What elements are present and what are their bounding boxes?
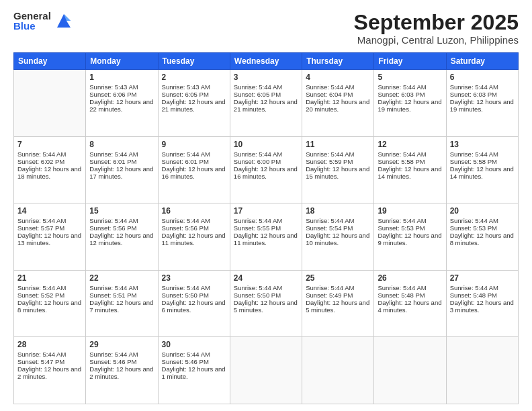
sunset-text: Sunset: 5:50 PM — [162, 291, 209, 299]
sunrise-text: Sunrise: 5:44 AM — [306, 150, 354, 158]
sunset-text: Sunset: 6:03 PM — [378, 91, 425, 98]
col-wednesday: Wednesday — [230, 53, 302, 70]
daylight-text: Daylight: 12 hours and 7 minutes. — [89, 299, 153, 314]
sunrise-text: Sunrise: 5:44 AM — [378, 150, 426, 158]
daylight-text: Daylight: 12 hours and 11 minutes. — [234, 232, 298, 246]
day-number: 28 — [17, 340, 82, 349]
table-row: 4 Sunrise: 5:44 AM Sunset: 6:04 PM Dayli… — [302, 70, 374, 137]
table-row — [230, 337, 302, 404]
daylight-text: Daylight: 12 hours and 5 minutes. — [234, 299, 298, 314]
table-row: 19 Sunrise: 5:44 AM Sunset: 5:53 PM Dayl… — [374, 203, 446, 271]
table-row: 28 Sunrise: 5:44 AM Sunset: 5:47 PM Dayl… — [14, 337, 86, 404]
calendar-week-row: 28 Sunrise: 5:44 AM Sunset: 5:47 PM Dayl… — [14, 337, 519, 404]
daylight-text: Daylight: 12 hours and 20 minutes. — [306, 98, 369, 113]
daylight-text: Daylight: 12 hours and 12 minutes. — [89, 232, 153, 246]
daylight-text: Daylight: 12 hours and 22 minutes. — [89, 98, 153, 113]
table-row: 1 Sunrise: 5:43 AM Sunset: 6:06 PM Dayli… — [86, 70, 158, 137]
sunrise-text: Sunrise: 5:44 AM — [234, 83, 282, 91]
calendar-week-row: 7 Sunrise: 5:44 AM Sunset: 6:02 PM Dayli… — [14, 136, 519, 203]
col-saturday: Saturday — [446, 53, 518, 70]
day-number: 5 — [378, 73, 442, 82]
col-thursday: Thursday — [302, 53, 374, 70]
daylight-text: Daylight: 12 hours and 15 minutes. — [306, 165, 369, 180]
sunset-text: Sunset: 5:59 PM — [306, 158, 353, 165]
table-row: 10 Sunrise: 5:44 AM Sunset: 6:00 PM Dayl… — [230, 136, 302, 203]
sunrise-text: Sunrise: 5:44 AM — [306, 83, 354, 91]
day-number: 26 — [378, 273, 442, 283]
sunrise-text: Sunrise: 5:44 AM — [378, 83, 426, 91]
table-row: 9 Sunrise: 5:44 AM Sunset: 6:01 PM Dayli… — [158, 136, 230, 203]
table-row: 27 Sunrise: 5:44 AM Sunset: 5:48 PM Dayl… — [446, 270, 518, 337]
table-row: 17 Sunrise: 5:44 AM Sunset: 5:55 PM Dayl… — [230, 203, 302, 271]
day-number: 29 — [89, 340, 154, 349]
day-number: 21 — [17, 273, 82, 283]
sunset-text: Sunset: 5:53 PM — [450, 224, 497, 232]
day-number: 24 — [234, 273, 298, 283]
sunset-text: Sunset: 5:46 PM — [89, 358, 136, 365]
sunset-text: Sunset: 5:52 PM — [17, 291, 64, 299]
table-row: 18 Sunrise: 5:44 AM Sunset: 5:54 PM Dayl… — [302, 203, 374, 271]
sunrise-text: Sunrise: 5:44 AM — [450, 284, 498, 291]
sunrise-text: Sunrise: 5:44 AM — [89, 217, 138, 224]
sunrise-text: Sunrise: 5:44 AM — [450, 150, 498, 158]
sunrise-text: Sunrise: 5:44 AM — [378, 217, 426, 224]
sunset-text: Sunset: 5:58 PM — [450, 158, 497, 165]
daylight-text: Daylight: 12 hours and 11 minutes. — [162, 232, 226, 246]
day-number: 14 — [17, 206, 82, 216]
sunrise-text: Sunrise: 5:44 AM — [306, 284, 354, 291]
daylight-text: Daylight: 12 hours and 8 minutes. — [450, 232, 514, 246]
table-row — [14, 70, 86, 137]
sunset-text: Sunset: 5:53 PM — [378, 224, 425, 232]
daylight-text: Daylight: 12 hours and 4 minutes. — [378, 299, 441, 314]
daylight-text: Daylight: 12 hours and 5 minutes. — [306, 299, 369, 314]
table-row: 12 Sunrise: 5:44 AM Sunset: 5:58 PM Dayl… — [374, 136, 446, 203]
logo: General Blue — [13, 11, 73, 31]
col-tuesday: Tuesday — [158, 53, 230, 70]
table-row — [446, 337, 518, 404]
day-number: 1 — [89, 73, 154, 82]
sunset-text: Sunset: 5:49 PM — [306, 291, 353, 299]
day-number: 22 — [89, 273, 154, 283]
sunset-text: Sunset: 6:05 PM — [162, 91, 209, 98]
sunset-text: Sunset: 5:58 PM — [378, 158, 425, 165]
calendar-table: Sunday Monday Tuesday Wednesday Thursday… — [13, 52, 519, 404]
daylight-text: Daylight: 12 hours and 17 minutes. — [89, 165, 153, 180]
logo-icon — [54, 11, 73, 30]
day-number: 25 — [306, 273, 370, 283]
header: General Blue September 2025 Manogpi, Cen… — [13, 11, 519, 46]
table-row: 23 Sunrise: 5:44 AM Sunset: 5:50 PM Dayl… — [158, 270, 230, 337]
sunrise-text: Sunrise: 5:44 AM — [17, 150, 66, 158]
table-row: 29 Sunrise: 5:44 AM Sunset: 5:46 PM Dayl… — [86, 337, 158, 404]
sunrise-text: Sunrise: 5:44 AM — [89, 351, 138, 358]
table-row: 8 Sunrise: 5:44 AM Sunset: 6:01 PM Dayli… — [86, 136, 158, 203]
day-number: 7 — [17, 140, 82, 149]
sunrise-text: Sunrise: 5:44 AM — [17, 351, 66, 358]
sunset-text: Sunset: 6:00 PM — [234, 158, 281, 165]
sunset-text: Sunset: 6:02 PM — [17, 158, 64, 165]
col-monday: Monday — [86, 53, 158, 70]
sunrise-text: Sunrise: 5:44 AM — [89, 150, 138, 158]
sunrise-text: Sunrise: 5:44 AM — [450, 217, 498, 224]
sunset-text: Sunset: 6:01 PM — [89, 158, 136, 165]
col-sunday: Sunday — [14, 53, 86, 70]
table-row — [302, 337, 374, 404]
table-row: 2 Sunrise: 5:43 AM Sunset: 6:05 PM Dayli… — [158, 70, 230, 137]
daylight-text: Daylight: 12 hours and 19 minutes. — [378, 98, 441, 113]
day-number: 19 — [378, 206, 442, 216]
day-number: 9 — [162, 140, 226, 149]
day-number: 12 — [378, 140, 442, 149]
sunrise-text: Sunrise: 5:43 AM — [162, 83, 210, 91]
sunset-text: Sunset: 5:55 PM — [234, 224, 281, 232]
sunrise-text: Sunrise: 5:44 AM — [17, 217, 66, 224]
daylight-text: Daylight: 12 hours and 9 minutes. — [378, 232, 441, 246]
sunrise-text: Sunrise: 5:44 AM — [234, 217, 282, 224]
daylight-text: Daylight: 12 hours and 19 minutes. — [450, 98, 514, 113]
sunrise-text: Sunrise: 5:44 AM — [162, 150, 210, 158]
logo-blue-text: Blue — [13, 21, 51, 31]
table-row: 30 Sunrise: 5:44 AM Sunset: 5:46 PM Dayl… — [158, 337, 230, 404]
daylight-text: Daylight: 12 hours and 6 minutes. — [162, 299, 226, 314]
sunrise-text: Sunrise: 5:43 AM — [89, 83, 138, 91]
day-number: 27 — [450, 273, 515, 283]
daylight-text: Daylight: 12 hours and 21 minutes. — [234, 98, 298, 113]
day-number: 4 — [306, 73, 370, 82]
